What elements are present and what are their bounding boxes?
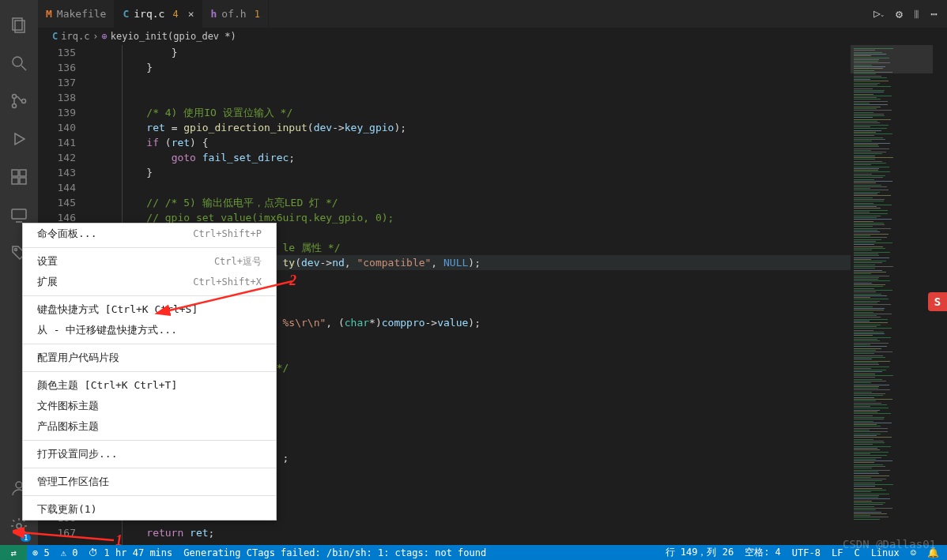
- menu-item-shortcut: Ctrl+Shift+X: [193, 276, 262, 288]
- menu-item-shortcut: Ctrl+Shift+P: [193, 228, 262, 239]
- svg-point-15: [17, 524, 21, 528]
- menu-item[interactable]: 键盘快捷方式 [Ctrl+K Ctrl+S]: [23, 299, 276, 320]
- status-timer[interactable]: ⏱ 1 hr 47 mins: [83, 545, 178, 560]
- tab-label: Makefile: [57, 8, 107, 20]
- menu-item-label: 配置用户代码片段: [37, 351, 119, 365]
- menu-item-label: 下载更新(1): [37, 502, 96, 517]
- breadcrumb[interactable]: C irq.c › ⊕ keyio_init(gpio_dev *): [38, 28, 947, 45]
- code-line[interactable]: [93, 180, 851, 195]
- svg-point-4: [13, 95, 17, 99]
- tab-label: of.h: [221, 8, 246, 20]
- symbol-icon: ⊕: [102, 31, 108, 42]
- extensions-icon[interactable]: [0, 158, 38, 196]
- menu-item-label: 命令面板...: [37, 227, 96, 241]
- code-line[interactable]: goto fail_set_direc;: [93, 150, 851, 165]
- side-badge: S: [928, 292, 947, 311]
- menu-item[interactable]: 配置用户代码片段: [23, 348, 276, 368]
- menu-item-label: 文件图标主题: [37, 399, 99, 413]
- status-indent[interactable]: 空格: 4: [739, 545, 787, 560]
- menu-item[interactable]: 下载更新(1): [23, 499, 276, 520]
- status-bar: ⇄ ⊗ 5 ⚠ 0 ⏱ 1 hr 47 mins Generating CTag…: [0, 545, 947, 560]
- svg-rect-8: [12, 178, 18, 184]
- menu-item[interactable]: 设置Ctrl+逗号: [23, 251, 276, 272]
- tab-of-h[interactable]: hof.h1: [202, 0, 268, 28]
- svg-rect-11: [12, 209, 26, 219]
- svg-point-14: [16, 482, 22, 488]
- svg-point-2: [13, 57, 22, 66]
- menu-separator: [23, 295, 276, 296]
- file-type-icon: h: [210, 8, 217, 20]
- breadcrumb-symbol: keyio_init(gpio_dev *): [111, 31, 236, 42]
- menu-item-label: 打开设置同步...: [37, 447, 117, 461]
- code-line[interactable]: if (ret) {: [93, 135, 851, 150]
- status-errors[interactable]: ⊗ 5: [27, 545, 55, 560]
- split-editor-icon[interactable]: ⫴: [914, 7, 919, 21]
- menu-item[interactable]: 颜色主题 [Ctrl+K Ctrl+T]: [23, 375, 276, 396]
- menu-item-label: 管理工作区信任: [37, 475, 109, 489]
- menu-item[interactable]: 打开设置同步...: [23, 444, 276, 464]
- search-icon[interactable]: [0, 44, 38, 82]
- menu-item[interactable]: 文件图标主题: [23, 396, 276, 416]
- menu-item[interactable]: 扩展Ctrl+Shift+X: [23, 272, 276, 292]
- svg-point-6: [22, 100, 26, 103]
- menu-separator: [23, 371, 276, 372]
- menu-item[interactable]: 管理工作区信任: [23, 472, 276, 492]
- menu-item[interactable]: 命令面板...Ctrl+Shift+P: [23, 224, 276, 244]
- file-type-icon: M: [46, 8, 52, 20]
- svg-rect-9: [20, 178, 26, 184]
- menu-item[interactable]: 从 - 中迁移键盘快捷方式...: [23, 320, 276, 340]
- menu-item-label: 键盘快捷方式 [Ctrl+K Ctrl+S]: [37, 303, 198, 317]
- minimap[interactable]: [851, 45, 933, 545]
- menu-separator: [23, 440, 276, 441]
- menu-item-shortcut: Ctrl+逗号: [214, 255, 262, 269]
- dirty-indicator: 1: [255, 9, 260, 20]
- code-line[interactable]: [93, 90, 851, 105]
- menu-separator: [23, 495, 276, 496]
- svg-line-3: [21, 66, 26, 70]
- more-icon[interactable]: ⋯: [930, 7, 938, 21]
- svg-rect-10: [20, 170, 26, 176]
- dirty-indicator: 4: [172, 9, 178, 20]
- code-line[interactable]: return ret;: [93, 525, 851, 540]
- menu-item-label: 产品图标主题: [37, 419, 99, 434]
- code-line[interactable]: }: [93, 165, 851, 180]
- tab-irq-c[interactable]: Cirq.c4×: [115, 0, 202, 28]
- close-icon[interactable]: ×: [188, 8, 194, 20]
- watermark: CSDN @Dallas01: [843, 538, 936, 551]
- settings-gear-icon[interactable]: ⚙: [896, 7, 903, 21]
- breadcrumb-file: irq.c: [61, 31, 89, 42]
- svg-point-13: [15, 249, 17, 251]
- editor-tabs: MMakefileCirq.c4×hof.h1▷˅⚙⫴⋯: [38, 0, 947, 28]
- manage-context-menu: 命令面板...Ctrl+Shift+P设置Ctrl+逗号扩展Ctrl+Shift…: [22, 223, 277, 521]
- source-control-icon[interactable]: [0, 82, 38, 120]
- menu-item-label: 设置: [37, 254, 58, 269]
- code-line[interactable]: }: [93, 60, 851, 75]
- code-line[interactable]: // /* 5) 输出低电平，点亮LED 灯 */: [93, 195, 851, 210]
- svg-rect-7: [12, 170, 18, 176]
- menu-item-label: 扩展: [37, 275, 58, 289]
- menu-item[interactable]: 产品图标主题: [23, 416, 276, 437]
- status-encoding[interactable]: UTF-8: [787, 545, 826, 560]
- menu-item-label: 颜色主题 [Ctrl+K Ctrl+T]: [37, 378, 177, 393]
- status-warnings[interactable]: ⚠ 0: [55, 545, 84, 560]
- file-type-icon: C: [123, 8, 129, 20]
- status-cursor-pos[interactable]: 行 149，列 26: [660, 545, 740, 560]
- run-icon[interactable]: ▷˅: [873, 6, 885, 22]
- svg-point-5: [13, 104, 17, 108]
- file-type-icon: C: [52, 31, 58, 42]
- menu-item-label: 从 - 中迁移键盘快捷方式...: [37, 323, 177, 337]
- code-line[interactable]: /* 4) 使用IO 设置位输入 */: [93, 105, 851, 120]
- status-message[interactable]: Generating CTags failed: /bin/sh: 1: cta…: [178, 545, 492, 560]
- code-line[interactable]: ret = gpio_direction_input(dev->key_gpio…: [93, 120, 851, 135]
- tab-label: irq.c: [134, 8, 164, 20]
- menu-separator: [23, 468, 276, 468]
- code-line[interactable]: }: [93, 45, 851, 60]
- tab-makefile[interactable]: MMakefile: [38, 0, 115, 28]
- run-debug-icon[interactable]: [0, 120, 38, 158]
- explorer-icon[interactable]: [0, 6, 38, 44]
- menu-separator: [23, 344, 276, 344]
- annotation-label-1: 1: [115, 532, 123, 549]
- menu-separator: [23, 247, 276, 248]
- code-line[interactable]: [93, 75, 851, 90]
- remote-indicator[interactable]: ⇄: [0, 545, 27, 560]
